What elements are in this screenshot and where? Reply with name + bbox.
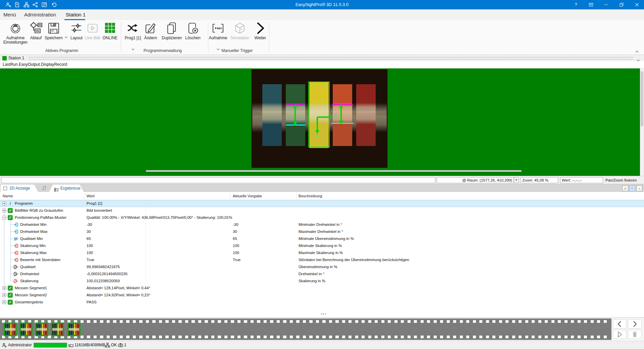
filmstrip-thumbnail-3[interactable] bbox=[35, 322, 48, 336]
chevron-down-icon[interactable] bbox=[217, 46, 220, 48]
expand-icon[interactable]: + bbox=[2, 293, 6, 297]
status-bar: Administrator 1161MB/4099MB OK 1 bbox=[0, 341, 644, 349]
network-status-label: OK bbox=[111, 341, 117, 349]
viewport-vertical-scrollbar[interactable] bbox=[640, 68, 644, 176]
column-header-beschreibung[interactable]: Beschreibung bbox=[299, 192, 322, 200]
ribbon-button-l-schen[interactable]: Löschen bbox=[180, 21, 206, 40]
filmstrip-forward-button[interactable] bbox=[628, 319, 642, 329]
table-row-drehwinkel[interactable]: Drehwinkel-0,00031261494500235Drehwinkel… bbox=[0, 270, 644, 278]
station-chevron-down-icon[interactable] bbox=[636, 57, 640, 60]
cell-name: Skalierung bbox=[20, 278, 38, 285]
dock-window-button[interactable] bbox=[585, 0, 597, 9]
menu-item-administration[interactable]: Administration bbox=[24, 9, 56, 20]
chevron-down-icon[interactable] bbox=[131, 46, 135, 48]
close-icon[interactable] bbox=[631, 0, 643, 9]
table-row-drehwinkel-max[interactable]: Drehwinkel Max3030Maximaler Drehwinkel i… bbox=[0, 228, 644, 235]
station-status-square bbox=[2, 56, 7, 60]
table-row-skalierung-min[interactable]: Skalierung Min100100Minimale Skalierung … bbox=[0, 242, 644, 249]
table-row-bildfilter-rgb-zu-graustufen[interactable]: +✓Bildfilter RGB zu GraustufenBild konve… bbox=[0, 207, 644, 214]
expand-icon[interactable]: + bbox=[2, 300, 6, 304]
ribbon-group-label-manueller-trigger: Manueller Trigger bbox=[221, 48, 253, 53]
filmstrip-delete-button[interactable] bbox=[628, 330, 642, 339]
filmstrip-play-button[interactable] bbox=[613, 330, 627, 339]
cell-name: Drehwinkel Min bbox=[20, 221, 47, 228]
collapse-icon[interactable]: − bbox=[2, 216, 6, 219]
cell-vorgabe: -30 bbox=[233, 221, 238, 228]
memory-icon bbox=[68, 343, 73, 348]
cell-wert: -30 bbox=[87, 221, 92, 228]
filmstrip-thumbnail-5[interactable] bbox=[67, 322, 80, 336]
table-row-skalierung[interactable]: Skalierung100,012208520059Skalierung in … bbox=[0, 278, 644, 285]
menu-item-station1[interactable]: Station 1 bbox=[66, 9, 86, 20]
expand-icon[interactable]: + bbox=[2, 202, 6, 205]
gear-badge-icon bbox=[9, 21, 22, 35]
cell-name: Drehwinkel bbox=[20, 270, 39, 278]
table-row-skalierung-max[interactable]: Skalierung Max100100Maximale Skalierung … bbox=[0, 249, 644, 256]
wert-field[interactable]: Wert: --,--,-- bbox=[560, 177, 603, 183]
thumbnail-image bbox=[5, 324, 15, 335]
expand-icon[interactable]: + bbox=[2, 209, 6, 212]
cell-wert: 100 bbox=[87, 242, 93, 249]
filmstrip-back-button[interactable] bbox=[613, 319, 627, 329]
cell-vorgabe: 65 bbox=[233, 235, 237, 242]
ribbon-collapse-chevron-up-icon[interactable] bbox=[635, 48, 639, 51]
cell-vorgabe: 100 bbox=[233, 242, 239, 249]
memory-label: 1161MB/4099MB bbox=[74, 341, 105, 349]
restore-button[interactable] bbox=[616, 0, 627, 9]
result-dark-icon bbox=[13, 271, 18, 277]
column-header-wert[interactable]: Wert bbox=[87, 192, 95, 200]
thumbnail-image bbox=[69, 324, 79, 335]
table-row-programm[interactable]: +iProgrammProg1 [1] bbox=[0, 200, 644, 207]
panel-pin-button[interactable]: ⤓ bbox=[622, 185, 628, 191]
menu-item-menue[interactable]: Menü bbox=[3, 9, 16, 20]
raum-field[interactable]: @ Raum: (1577,26, 410,399) bbox=[437, 177, 514, 183]
filmstrip-thumbnail-2[interactable] bbox=[19, 322, 33, 336]
delete-doc-icon bbox=[186, 21, 200, 35]
camera-image[interactable]: X Y bbox=[252, 69, 387, 168]
panel-expand-button[interactable]: ⌄ bbox=[636, 185, 642, 191]
viewport-horizontal-scrollbar[interactable] bbox=[146, 170, 522, 172]
cell-name: Qualitaet Min bbox=[20, 235, 43, 242]
cell-wert: 65 bbox=[87, 235, 91, 242]
ribbon-group-separator bbox=[269, 22, 269, 52]
ribbon-toolbar: Aufnahme EinstellungenAblaufSpeichernLay… bbox=[0, 20, 644, 55]
table-row-qualitaet-min[interactable]: Qualitaet Min6565Minimale Übereinstimmun… bbox=[0, 235, 644, 242]
table-row-messen-segment1[interactable]: +✓Messen Segment1Abstand= 128,14Pixel, W… bbox=[0, 285, 644, 292]
ribbon-button-online[interactable]: ONLINE bbox=[97, 21, 123, 40]
ribbon-button-speichern[interactable]: Speichern bbox=[41, 21, 66, 40]
table-row-positionierung-patmax-muster[interactable]: −✓Positionierung PatMax-MusterQualität: … bbox=[0, 214, 644, 221]
cell-wert: True bbox=[87, 256, 94, 263]
help-button[interactable]: ? bbox=[570, 0, 582, 9]
column-header-vorgabe[interactable]: Aktuelle Vorgabe bbox=[233, 192, 262, 200]
splitter-handle[interactable]: ••• bbox=[319, 312, 328, 316]
table-row-messen-segment2[interactable]: +✓Messen Segment2Abstand= 124,92Pixel, W… bbox=[0, 292, 644, 299]
panel-collapse-button[interactable]: − bbox=[629, 185, 635, 191]
cell-wert: Qualität: 100,00% - X/Y/Winkel: 436,68Pi… bbox=[87, 214, 232, 221]
zoom-field[interactable]: Zoom: 45,08 % bbox=[521, 177, 558, 183]
tab-ergebnisse[interactable]: Ergebnisse bbox=[49, 185, 84, 192]
table-row-gesamtergebnis[interactable]: +✓GesamtergebnisPASS bbox=[0, 299, 644, 306]
column-separator[interactable] bbox=[84, 193, 84, 199]
column-separator[interactable] bbox=[230, 193, 230, 199]
image-viewport[interactable]: X Y bbox=[0, 68, 640, 176]
scrollbar-thumb[interactable] bbox=[641, 71, 643, 127]
table-row-qualitaet[interactable]: Qualitaet99,9969482421875Übereinstimmung… bbox=[0, 263, 644, 270]
sort-arrows-icon[interactable] bbox=[42, 185, 47, 191]
camera-icon bbox=[118, 343, 123, 348]
pan-zoom-fix-label[interactable]: Pan/Zoom fixieren bbox=[605, 176, 637, 184]
filmstrip-thumbnail-4[interactable] bbox=[51, 322, 64, 336]
station-tab-label[interactable]: Station 1 bbox=[8, 55, 24, 61]
column-header-name[interactable]: Name bbox=[3, 192, 13, 200]
minimize-button[interactable] bbox=[600, 0, 612, 9]
cell-name: Messen Segment2 bbox=[15, 292, 47, 299]
cell-beschreibung: Übereinstimmung in % bbox=[299, 263, 337, 270]
cell-beschreibung: Drehwinkel in ° bbox=[299, 270, 324, 278]
raum-dropdown-button[interactable]: ▼ bbox=[514, 177, 519, 183]
table-row-drehwinkel-min[interactable]: Drehwinkel Min-30-30Minimaler Drehwinkel… bbox=[0, 221, 644, 228]
cell-beschreibung: Minimale Skalierung in % bbox=[299, 242, 342, 249]
table-row-bewerte-mit-stoerdaten[interactable]: Bewerte mit StoerdatenTrueTrueStördaten … bbox=[0, 256, 644, 263]
tab-2d-anzeige[interactable]: 2D Anzeige bbox=[1, 185, 38, 192]
filmstrip-thumbnail-1[interactable] bbox=[4, 322, 17, 336]
column-separator[interactable] bbox=[297, 193, 297, 199]
expand-icon[interactable]: + bbox=[2, 286, 6, 290]
